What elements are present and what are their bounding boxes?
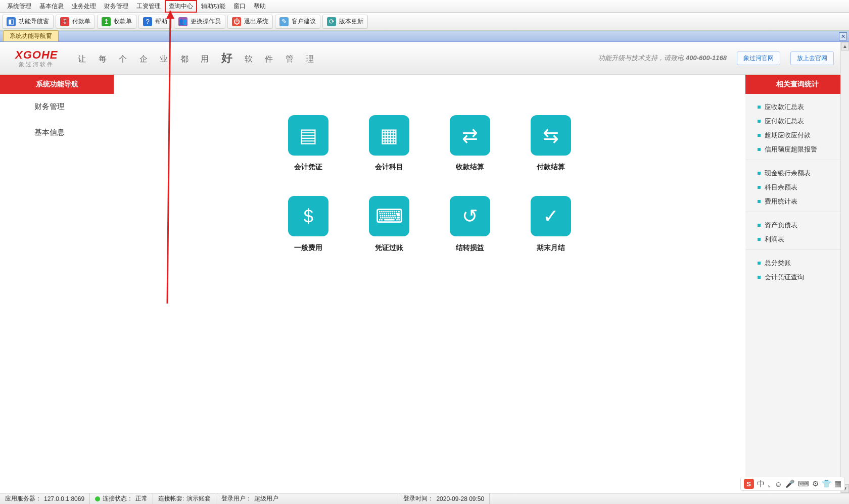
- 收款单-icon: ↥: [102, 17, 111, 26]
- logo-name: XGOHE: [15, 48, 58, 62]
- toolbar-更换操作员[interactable]: 👥更换操作员: [174, 15, 225, 29]
- tile-结转损益[interactable]: ↺结转损益: [430, 196, 510, 277]
- ime-toolbar[interactable]: S 中､☺🎤⌨⚙👕▦: [740, 477, 845, 491]
- menu-系统管理[interactable]: 系统管理: [3, 0, 35, 13]
- menu-查询中心[interactable]: 查询中心: [165, 0, 197, 13]
- right-panel-header: 相关查询统计: [745, 75, 849, 94]
- 功能导航窗-icon: ◧: [7, 17, 16, 26]
- tile-label: 会计凭证: [294, 163, 322, 172]
- query-link-费用统计表[interactable]: 费用统计表: [758, 194, 849, 209]
- status-user: 登录用户：超级用户: [216, 493, 398, 504]
- tile-付款结算[interactable]: ⇆付款结算: [510, 115, 591, 196]
- logo: XGOHE 象过河软件: [15, 48, 58, 68]
- status-dot-icon: [95, 496, 100, 501]
- tile-label: 结转损益: [456, 243, 484, 253]
- 结转损益-icon: ↺: [450, 196, 490, 236]
- query-link-会计凭证查询[interactable]: 会计凭证查询: [758, 270, 849, 284]
- tile-会计凭证[interactable]: ▤会计凭证: [268, 115, 349, 196]
- official-site-button[interactable]: 象过河官网: [737, 52, 780, 65]
- tile-凭证过账[interactable]: ⌨凭证过账: [349, 196, 430, 277]
- 会计科目-icon: ▦: [369, 115, 409, 156]
- query-link-资产负债表[interactable]: 资产负债表: [758, 218, 849, 232]
- query-link-利润表[interactable]: 利润表: [758, 232, 849, 246]
- toolbar-功能导航窗[interactable]: ◧功能导航窗: [2, 15, 54, 29]
- vertical-scrollbar[interactable]: ▲ ▼: [840, 42, 849, 493]
- tile-会计科目[interactable]: ▦会计科目: [349, 115, 430, 196]
- window-tab-strip: 系统功能导航窗 ✕: [0, 31, 849, 42]
- menu-窗口[interactable]: 窗口: [229, 0, 250, 13]
- ime-btn[interactable]: ▦: [834, 479, 841, 488]
- toolbar-付款单[interactable]: ↧付款单: [56, 15, 95, 29]
- toolbar-收款单[interactable]: ↥收款单: [97, 15, 136, 29]
- window-tab-active[interactable]: 系统功能导航窗: [3, 30, 59, 41]
- menu-基本信息[interactable]: 基本信息: [35, 0, 68, 13]
- 退出系统-icon: ⏻: [232, 17, 241, 26]
- toolbar-版本更新[interactable]: ⟳版本更新: [322, 15, 368, 29]
- ime-btn[interactable]: 中: [757, 479, 765, 489]
- tile-label: 期末月结: [537, 243, 565, 253]
- query-link-总分类账[interactable]: 总分类账: [758, 256, 849, 270]
- menu-工资管理[interactable]: 工资管理: [132, 0, 165, 13]
- query-link-应付款汇总表[interactable]: 应付款汇总表: [758, 114, 849, 128]
- tile-一般费用[interactable]: ＄一般费用: [268, 196, 349, 277]
- left-nav: 系统功能导航 财务管理基本信息: [0, 75, 114, 487]
- tile-label: 凭证过账: [375, 243, 403, 253]
- toolbar-帮助[interactable]: ?帮助: [138, 15, 172, 29]
- query-link-现金银行余额表[interactable]: 现金银行余额表: [758, 166, 849, 180]
- menu-辅助功能[interactable]: 辅助功能: [197, 0, 229, 13]
- 更换操作员-icon: 👥: [178, 17, 187, 26]
- 凭证过账-icon: ⌨: [369, 196, 409, 236]
- status-server: 应用服务器：127.0.0.1:8069: [0, 493, 90, 504]
- right-panel: 相关查询统计 应收款汇总表应付款汇总表超期应收应付款信用额度超限报警现金银行余额…: [745, 75, 849, 487]
- ime-logo-icon[interactable]: S: [744, 479, 754, 489]
- tile-期末月结[interactable]: ✓期末月结: [510, 196, 591, 277]
- status-bar: 应用服务器：127.0.0.1:8069 连接状态：正常 连接帐套:演示账套 登…: [0, 493, 849, 504]
- ime-btn[interactable]: 🎤: [785, 479, 795, 488]
- leftnav-item-财务管理[interactable]: 财务管理: [0, 94, 114, 120]
- ime-btn[interactable]: ☺: [775, 480, 782, 488]
- tile-label: 付款结算: [537, 163, 565, 172]
- left-nav-header: 系统功能导航: [0, 75, 114, 94]
- ime-btn[interactable]: ⚙: [812, 479, 819, 488]
- upload-site-button[interactable]: 放上去官网: [790, 52, 834, 65]
- 付款结算-icon: ⇆: [531, 115, 571, 156]
- menu-业务处理[interactable]: 业务处理: [68, 0, 100, 13]
- menu-财务管理[interactable]: 财务管理: [100, 0, 132, 13]
- 帮助-icon: ?: [143, 17, 152, 26]
- ime-btn[interactable]: ⌨: [798, 479, 809, 488]
- ime-btn[interactable]: 👕: [822, 479, 831, 488]
- ime-btn[interactable]: ､: [768, 480, 772, 488]
- query-link-应收款汇总表[interactable]: 应收款汇总表: [758, 100, 849, 114]
- main-area: 系统功能导航 财务管理基本信息 ▤会计凭证▦会计科目⇄收款结算⇆付款结算＄一般费…: [0, 75, 849, 487]
- tagline: 让 每 个 企 业 都 用 好 软 件 管 理: [78, 51, 319, 66]
- support-text: 功能升级与技术支持，请致电 400-600-1168: [598, 54, 727, 63]
- tile-label: 一般费用: [294, 243, 322, 253]
- banner: XGOHE 象过河软件 让 每 个 企 业 都 用 好 软 件 管 理 功能升级…: [0, 42, 849, 75]
- status-login-time: 登录时间：2020-09-28 09:50: [398, 493, 490, 504]
- 期末月结-icon: ✓: [531, 196, 571, 236]
- close-icon[interactable]: ✕: [839, 32, 847, 40]
- tile-label: 会计科目: [375, 163, 403, 172]
- toolbar-退出系统[interactable]: ⏻退出系统: [227, 15, 273, 29]
- status-account: 连接帐套:演示账套: [153, 493, 216, 504]
- 付款单-icon: ↧: [60, 17, 69, 26]
- query-link-科目余额表[interactable]: 科目余额表: [758, 180, 849, 194]
- status-connection: 连接状态：正常: [90, 493, 153, 504]
- 一般费用-icon: ＄: [288, 196, 328, 236]
- center-content: ▤会计凭证▦会计科目⇄收款结算⇆付款结算＄一般费用⌨凭证过账↺结转损益✓期末月结: [114, 75, 745, 487]
- menu-bar: 系统管理基本信息业务处理财务管理工资管理查询中心辅助功能窗口帮助: [0, 0, 849, 13]
- leftnav-item-基本信息[interactable]: 基本信息: [0, 120, 114, 145]
- menu-帮助[interactable]: 帮助: [250, 0, 270, 13]
- toolbar: ◧功能导航窗↧付款单↥收款单?帮助👥更换操作员⏻退出系统✎客户建议⟳版本更新: [0, 13, 849, 31]
- 版本更新-icon: ⟳: [327, 17, 336, 26]
- tile-收款结算[interactable]: ⇄收款结算: [430, 115, 510, 196]
- 收款结算-icon: ⇄: [450, 115, 490, 156]
- 会计凭证-icon: ▤: [288, 115, 328, 156]
- scroll-up-icon[interactable]: ▲: [841, 42, 849, 51]
- query-link-信用额度超限报警[interactable]: 信用额度超限报警: [758, 142, 849, 157]
- 客户建议-icon: ✎: [279, 17, 289, 26]
- toolbar-客户建议[interactable]: ✎客户建议: [275, 15, 320, 29]
- query-link-超期应收应付款[interactable]: 超期应收应付款: [758, 128, 849, 142]
- logo-subtitle: 象过河软件: [19, 61, 54, 68]
- tile-label: 收款结算: [456, 163, 484, 172]
